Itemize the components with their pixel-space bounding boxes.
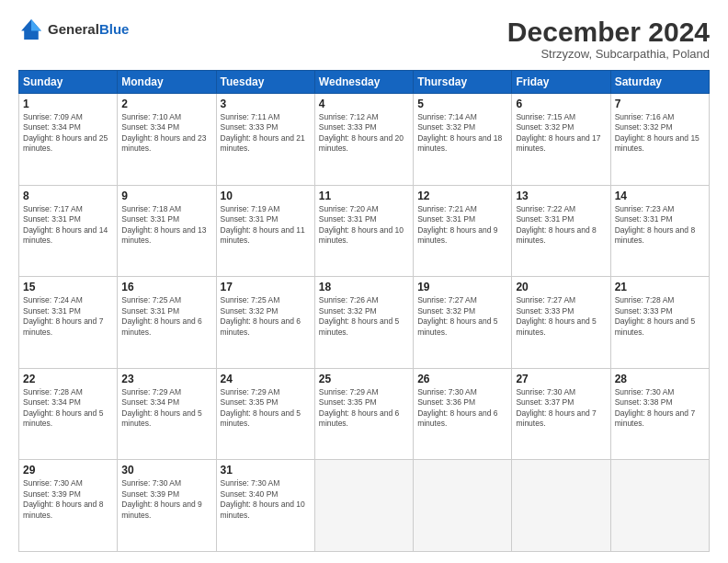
day-cell-19: 19 Sunrise: 7:27 AMSunset: 3:32 PMDaylig… — [414, 277, 512, 369]
day-number: 29 — [23, 464, 113, 477]
day-info: Sunrise: 7:30 AMSunset: 3:39 PMDaylight:… — [23, 478, 113, 521]
svg-marker-1 — [31, 19, 41, 30]
day-number: 31 — [221, 464, 311, 477]
day-cell-13: 13 Sunrise: 7:22 AMSunset: 3:31 PMDaylig… — [512, 185, 610, 277]
day-number: 17 — [221, 281, 311, 293]
day-cell-7: 7 Sunrise: 7:16 AMSunset: 3:32 PMDayligh… — [610, 94, 709, 186]
day-info: Sunrise: 7:30 AMSunset: 3:36 PMDaylight:… — [417, 387, 507, 430]
day-cell-26: 26 Sunrise: 7:30 AMSunset: 3:36 PMDaylig… — [414, 368, 512, 460]
day-info: Sunrise: 7:09 AMSunset: 3:34 PMDaylight:… — [23, 112, 113, 155]
day-number: 13 — [516, 190, 606, 202]
day-number: 6 — [516, 98, 606, 110]
day-info: Sunrise: 7:21 AMSunset: 3:31 PMDaylight:… — [417, 204, 507, 247]
day-cell-5: 5 Sunrise: 7:14 AMSunset: 3:32 PMDayligh… — [414, 94, 512, 186]
day-info: Sunrise: 7:25 AMSunset: 3:31 PMDaylight:… — [121, 295, 211, 338]
day-number: 9 — [121, 190, 211, 202]
day-number: 3 — [221, 98, 311, 110]
empty-cell — [512, 460, 610, 552]
day-cell-9: 9 Sunrise: 7:18 AMSunset: 3:31 PMDayligh… — [118, 185, 216, 277]
calendar-row-2: 8 Sunrise: 7:17 AMSunset: 3:31 PMDayligh… — [19, 185, 710, 277]
day-cell-20: 20 Sunrise: 7:27 AMSunset: 3:33 PMDaylig… — [512, 277, 610, 369]
logo: GeneralBlue — [18, 17, 129, 42]
day-info: Sunrise: 7:17 AMSunset: 3:31 PMDaylight:… — [23, 204, 113, 247]
day-cell-10: 10 Sunrise: 7:19 AMSunset: 3:31 PMDaylig… — [216, 185, 314, 277]
day-info: Sunrise: 7:19 AMSunset: 3:31 PMDaylight:… — [221, 204, 311, 247]
day-cell-18: 18 Sunrise: 7:26 AMSunset: 3:32 PMDaylig… — [314, 277, 413, 369]
day-cell-6: 6 Sunrise: 7:15 AMSunset: 3:32 PMDayligh… — [512, 94, 610, 186]
col-monday: Monday — [118, 71, 216, 94]
day-number: 26 — [417, 373, 507, 385]
logo-general: General — [48, 21, 99, 37]
day-number: 18 — [319, 281, 409, 293]
logo-text: GeneralBlue — [48, 22, 129, 38]
day-info: Sunrise: 7:11 AMSunset: 3:33 PMDaylight:… — [221, 112, 311, 155]
day-cell-11: 11 Sunrise: 7:20 AMSunset: 3:31 PMDaylig… — [314, 185, 413, 277]
day-info: Sunrise: 7:22 AMSunset: 3:31 PMDaylight:… — [516, 204, 606, 247]
day-number: 22 — [23, 373, 113, 385]
day-cell-21: 21 Sunrise: 7:28 AMSunset: 3:33 PMDaylig… — [610, 277, 709, 369]
day-cell-22: 22 Sunrise: 7:28 AMSunset: 3:34 PMDaylig… — [19, 368, 118, 460]
day-cell-23: 23 Sunrise: 7:29 AMSunset: 3:34 PMDaylig… — [118, 368, 216, 460]
day-info: Sunrise: 7:23 AMSunset: 3:31 PMDaylight:… — [615, 204, 705, 247]
calendar-header-row: Sunday Monday Tuesday Wednesday Thursday… — [19, 71, 710, 94]
day-cell-28: 28 Sunrise: 7:30 AMSunset: 3:38 PMDaylig… — [610, 368, 709, 460]
day-number: 14 — [615, 190, 705, 202]
day-number: 7 — [615, 98, 705, 110]
month-title: December 2024 — [507, 17, 710, 47]
day-number: 20 — [516, 281, 606, 293]
day-info: Sunrise: 7:29 AMSunset: 3:34 PMDaylight:… — [121, 387, 211, 430]
day-cell-12: 12 Sunrise: 7:21 AMSunset: 3:31 PMDaylig… — [414, 185, 512, 277]
logo-blue: Blue — [99, 21, 130, 37]
day-info: Sunrise: 7:24 AMSunset: 3:31 PMDaylight:… — [23, 295, 113, 338]
empty-cell — [610, 460, 709, 552]
day-number: 23 — [121, 373, 211, 385]
col-thursday: Thursday — [414, 71, 512, 94]
day-info: Sunrise: 7:25 AMSunset: 3:32 PMDaylight:… — [221, 295, 311, 338]
day-cell-8: 8 Sunrise: 7:17 AMSunset: 3:31 PMDayligh… — [19, 185, 118, 277]
day-cell-31: 31 Sunrise: 7:30 AMSunset: 3:40 PMDaylig… — [216, 460, 314, 552]
calendar-row-1: 1 Sunrise: 7:09 AMSunset: 3:34 PMDayligh… — [19, 94, 710, 186]
day-number: 15 — [23, 281, 113, 293]
day-number: 28 — [615, 373, 705, 385]
day-info: Sunrise: 7:26 AMSunset: 3:32 PMDaylight:… — [319, 295, 409, 338]
day-cell-17: 17 Sunrise: 7:25 AMSunset: 3:32 PMDaylig… — [216, 277, 314, 369]
col-wednesday: Wednesday — [314, 71, 413, 94]
empty-cell — [414, 460, 512, 552]
day-info: Sunrise: 7:27 AMSunset: 3:33 PMDaylight:… — [516, 295, 606, 338]
day-cell-16: 16 Sunrise: 7:25 AMSunset: 3:31 PMDaylig… — [118, 277, 216, 369]
day-cell-24: 24 Sunrise: 7:29 AMSunset: 3:35 PMDaylig… — [216, 368, 314, 460]
day-number: 21 — [615, 281, 705, 293]
day-info: Sunrise: 7:16 AMSunset: 3:32 PMDaylight:… — [615, 112, 705, 155]
day-cell-3: 3 Sunrise: 7:11 AMSunset: 3:33 PMDayligh… — [216, 94, 314, 186]
day-info: Sunrise: 7:28 AMSunset: 3:33 PMDaylight:… — [615, 295, 705, 338]
day-number: 12 — [417, 190, 507, 202]
day-cell-29: 29 Sunrise: 7:30 AMSunset: 3:39 PMDaylig… — [19, 460, 118, 552]
day-info: Sunrise: 7:14 AMSunset: 3:32 PMDaylight:… — [417, 112, 507, 155]
day-number: 27 — [516, 373, 606, 385]
calendar-table: Sunday Monday Tuesday Wednesday Thursday… — [18, 70, 710, 552]
day-info: Sunrise: 7:10 AMSunset: 3:34 PMDaylight:… — [121, 112, 211, 155]
day-cell-27: 27 Sunrise: 7:30 AMSunset: 3:37 PMDaylig… — [512, 368, 610, 460]
logo-icon — [18, 17, 44, 42]
day-info: Sunrise: 7:27 AMSunset: 3:32 PMDaylight:… — [417, 295, 507, 338]
day-cell-25: 25 Sunrise: 7:29 AMSunset: 3:35 PMDaylig… — [314, 368, 413, 460]
day-info: Sunrise: 7:29 AMSunset: 3:35 PMDaylight:… — [319, 387, 409, 430]
col-friday: Friday — [512, 71, 610, 94]
col-saturday: Saturday — [610, 71, 709, 94]
day-number: 24 — [221, 373, 311, 385]
day-info: Sunrise: 7:29 AMSunset: 3:35 PMDaylight:… — [221, 387, 311, 430]
day-cell-30: 30 Sunrise: 7:30 AMSunset: 3:39 PMDaylig… — [118, 460, 216, 552]
day-info: Sunrise: 7:15 AMSunset: 3:32 PMDaylight:… — [516, 112, 606, 155]
calendar-row-5: 29 Sunrise: 7:30 AMSunset: 3:39 PMDaylig… — [19, 460, 710, 552]
day-number: 11 — [319, 190, 409, 202]
day-info: Sunrise: 7:30 AMSunset: 3:40 PMDaylight:… — [221, 478, 311, 521]
day-cell-1: 1 Sunrise: 7:09 AMSunset: 3:34 PMDayligh… — [19, 94, 118, 186]
col-sunday: Sunday — [19, 71, 118, 94]
day-number: 2 — [121, 98, 211, 110]
day-number: 25 — [319, 373, 409, 385]
title-block: December 2024 Strzyzow, Subcarpathia, Po… — [507, 17, 710, 61]
subtitle: Strzyzow, Subcarpathia, Poland — [507, 47, 710, 61]
day-info: Sunrise: 7:18 AMSunset: 3:31 PMDaylight:… — [121, 204, 211, 247]
day-info: Sunrise: 7:20 AMSunset: 3:31 PMDaylight:… — [319, 204, 409, 247]
day-number: 8 — [23, 190, 113, 202]
